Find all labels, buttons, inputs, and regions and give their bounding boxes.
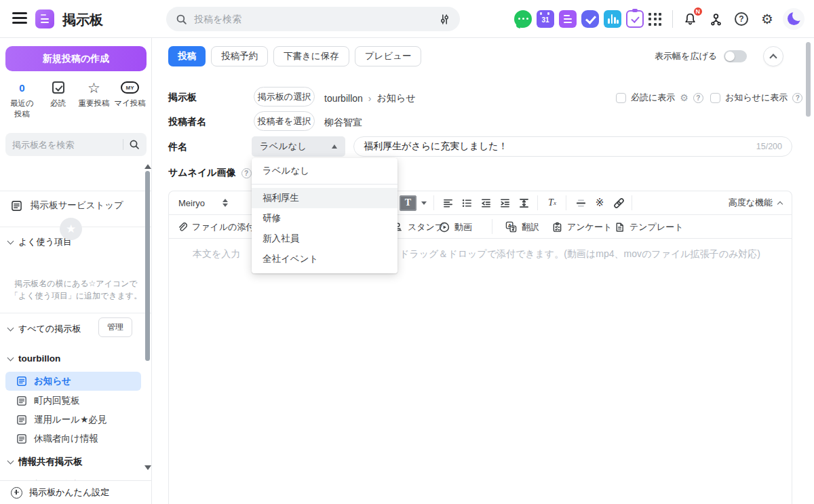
divider	[0, 191, 152, 191]
bullet-list-icon[interactable]	[461, 197, 473, 209]
dropdown-item-no-label[interactable]: ラベルなし	[252, 158, 398, 185]
page-title: 掲示板	[62, 11, 103, 29]
attach-stamp-button[interactable]: スタンプ	[393, 215, 444, 239]
document-icon	[11, 200, 22, 212]
settings-gear-icon[interactable]: ⚙	[757, 9, 777, 29]
main-scrollbar[interactable]	[806, 42, 811, 117]
group-tourbillon[interactable]: tourbillon	[0, 353, 152, 364]
board-search-input[interactable]	[12, 140, 117, 150]
board-select-button[interactable]: 掲示板の選択	[254, 87, 315, 106]
help-question-icon[interactable]: ?	[792, 93, 802, 103]
moon-icon	[788, 12, 800, 25]
board-app-icon[interactable]	[559, 10, 577, 28]
notifications-bell-icon[interactable]: N	[680, 9, 700, 29]
header-divider	[672, 10, 673, 28]
quick-recent-posts[interactable]: 0 最近の投稿	[4, 79, 40, 121]
horizontal-rule-icon[interactable]	[575, 197, 587, 209]
text-color-button[interactable]: T	[400, 195, 416, 211]
sidebar-item-service-top[interactable]: 掲示板サービストップ	[0, 199, 152, 212]
collapse-button[interactable]	[763, 46, 783, 66]
dropdown-item-zensha[interactable]: 全社イベント	[252, 249, 398, 269]
help-icon[interactable]: ?	[731, 9, 752, 29]
header-app-icons: 31 N ? ⚙	[514, 0, 814, 38]
sidebar: 新規投稿の作成 0 最近の投稿 必読 ☆ 重要投稿 MY マイ投稿 掲示板サービ…	[0, 38, 152, 504]
line-height-icon[interactable]	[518, 197, 530, 209]
dropdown-item-shinnyu[interactable]: 新入社員	[252, 229, 398, 249]
editor-body[interactable]: 本文を入力 ドラッグ＆ドロップで添付できます。(動画はmp4、movのファイル拡…	[169, 239, 792, 503]
board-name-search[interactable]	[5, 133, 147, 156]
text-color-caret-icon[interactable]	[421, 201, 427, 205]
new-post-button[interactable]: 新規投稿の作成	[5, 46, 147, 71]
schedule-button[interactable]: 投稿予約	[211, 46, 268, 66]
subject-text: 福利厚生がさらに充実しました！	[364, 140, 508, 153]
manage-button[interactable]: 管理	[98, 317, 132, 337]
search-filter-icon[interactable]	[439, 14, 450, 25]
translate-button[interactable]: A 翻訳	[505, 215, 539, 239]
hamburger-menu-icon[interactable]	[12, 12, 27, 26]
audio-app-icon[interactable]	[604, 10, 621, 28]
sidebar-scrollbar[interactable]	[145, 171, 150, 361]
sidebar-scroll-down-arrow[interactable]	[144, 465, 151, 470]
apps-grid-icon[interactable]	[648, 13, 661, 26]
preview-button[interactable]: プレビュー	[355, 46, 422, 66]
board-search-icon[interactable]	[129, 139, 140, 150]
mini-gear-icon[interactable]: ⚙	[680, 93, 689, 102]
help-question-icon[interactable]: ?	[693, 93, 703, 103]
favorites-star-icon: ★	[60, 218, 82, 240]
label-select-dropdown[interactable]: ラベルなし	[252, 136, 345, 157]
quick-filters: 0 最近の投稿 必読 ☆ 重要投稿 MY マイ投稿	[4, 79, 148, 121]
dropdown-item-kenshu[interactable]: 研修	[252, 208, 398, 229]
attach-video-button[interactable]: 動画	[439, 215, 472, 239]
survey-button[interactable]: アンケート	[552, 215, 612, 239]
favorites-hint-line1: 掲示板名の横にある☆アイコンで	[0, 278, 152, 290]
sidebar-item-oshirase[interactable]: お知らせ	[5, 372, 141, 391]
user-avatar[interactable]	[783, 8, 805, 30]
board-app-logo-icon[interactable]	[35, 9, 54, 28]
sidebar-item-kyushoku[interactable]: 休職者向け情報	[5, 429, 141, 448]
special-char-icon[interactable]: ※	[594, 197, 606, 209]
workflow-app-icon[interactable]	[581, 10, 599, 28]
save-draft-button[interactable]: 下書きに保存	[273, 46, 349, 66]
easy-setup-button[interactable]: 掲示板かんたん設定	[0, 480, 151, 504]
org-chart-icon[interactable]	[705, 9, 726, 29]
announce-checkbox[interactable]	[710, 93, 720, 103]
dropdown-item-fukuri[interactable]: 福利厚生	[252, 188, 398, 208]
required-checkbox[interactable]	[616, 93, 626, 103]
quick-my-posts[interactable]: MY マイ投稿	[112, 79, 148, 121]
global-search-bar[interactable]	[166, 7, 460, 31]
required-check-icon	[52, 81, 64, 94]
breadcrumb-root[interactable]: tourbillon	[324, 93, 363, 104]
font-family-select[interactable]: Meiryo	[178, 198, 228, 208]
sidebar-scroll-up-arrow[interactable]	[144, 164, 151, 169]
translate-icon: A	[505, 221, 517, 233]
subject-input[interactable]: 福利厚生がさらに充実しました！ 15/200	[353, 136, 792, 157]
author-select-button[interactable]: 投稿者を選択	[254, 111, 315, 131]
advanced-features-button[interactable]: 高度な機能	[729, 197, 782, 209]
calendar-app-icon[interactable]: 31	[537, 10, 554, 28]
breadcrumb-current: お知らせ	[377, 92, 416, 104]
sidebar-item-rules[interactable]: 運用ルール★必見	[5, 410, 141, 429]
widen-toggle[interactable]	[724, 50, 747, 62]
group-info-share[interactable]: 情報共有掲示板	[0, 456, 152, 468]
attach-file-button[interactable]: ファイルの添付	[177, 215, 255, 239]
sidebar-item-kairanban[interactable]: 町内回覧板	[5, 391, 141, 410]
plus-circle-icon	[11, 487, 22, 499]
document-icon	[16, 414, 27, 425]
align-left-icon[interactable]	[442, 197, 454, 209]
outdent-icon[interactable]	[480, 197, 492, 209]
tasks-app-icon[interactable]	[626, 10, 644, 28]
post-button[interactable]: 投稿	[168, 46, 206, 66]
template-button[interactable]: テンプレート	[615, 215, 684, 239]
indent-icon[interactable]	[499, 197, 511, 209]
help-question-icon[interactable]: ?	[241, 168, 252, 178]
link-icon[interactable]	[613, 197, 625, 209]
my-posts-icon: MY	[121, 81, 139, 94]
favorites-hint-line2: 「よく使う項目」に追加できます。	[0, 290, 152, 302]
search-input[interactable]	[194, 14, 432, 24]
breadcrumb: tourbillon › お知らせ	[324, 92, 415, 104]
quick-required[interactable]: 必読	[40, 79, 76, 121]
app-header: 掲示板 31 N	[0, 0, 814, 38]
chat-app-icon[interactable]	[514, 10, 532, 28]
quick-important[interactable]: ☆ 重要投稿	[76, 79, 112, 121]
clear-format-icon[interactable]: Tx	[546, 197, 558, 209]
